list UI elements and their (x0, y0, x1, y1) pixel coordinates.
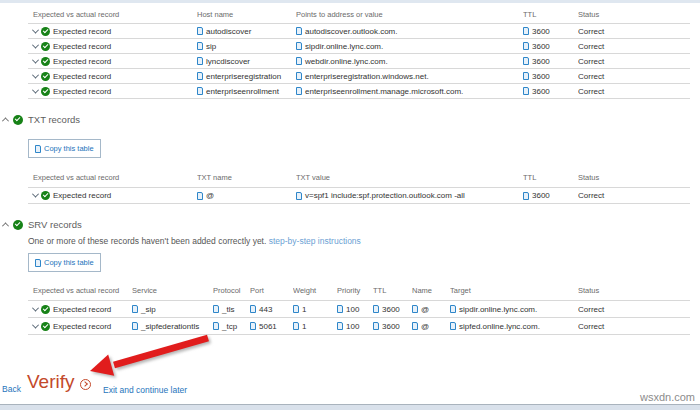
copy-icon[interactable] (197, 72, 203, 80)
txt-name-value: @ (206, 191, 214, 200)
points-to-value: sipdir.online.lync.com. (305, 42, 383, 51)
copy-icon[interactable] (412, 305, 418, 313)
points-to-value: enterpriseregistration.windows.net. (305, 72, 429, 81)
name-value: @ (421, 305, 429, 314)
ttl-value: 3600 (532, 42, 550, 51)
copy-table-button[interactable]: Copy this table (28, 139, 101, 158)
chevron-up-icon[interactable] (2, 117, 9, 124)
copy-table-button[interactable]: Copy this table (28, 253, 101, 272)
chevron-down-icon[interactable] (32, 191, 39, 198)
col-header: TTL (373, 286, 412, 295)
copy-icon[interactable] (450, 305, 456, 313)
watermark: wsxdn.com (640, 391, 695, 403)
copy-icon[interactable] (250, 305, 256, 313)
copy-icon[interactable] (523, 27, 529, 35)
step-by-step-instructions-link[interactable]: step-by-step instructions (269, 236, 361, 246)
copy-icon (35, 259, 41, 267)
expected-record-label: Expected record (53, 57, 111, 66)
target-value: sipdir.online.lync.com. (459, 305, 537, 314)
copy-table-label: Copy this table (44, 258, 94, 267)
chevron-down-icon[interactable] (32, 57, 39, 64)
copy-icon[interactable] (293, 305, 299, 313)
chevron-down-icon[interactable] (32, 305, 39, 312)
chevron-down-icon[interactable] (32, 322, 39, 329)
status-value: Correct (578, 57, 604, 66)
copy-icon[interactable] (197, 42, 203, 50)
txt-records-section-header[interactable]: TXT records (3, 114, 80, 125)
copy-icon[interactable] (523, 87, 529, 95)
copy-icon[interactable] (450, 322, 456, 330)
col-header: Priority (337, 286, 373, 295)
col-header: Status (578, 286, 690, 295)
ttl-value: 3600 (532, 72, 550, 81)
srv-records-section-header[interactable]: SRV records (3, 219, 82, 230)
table-header-row: Expected vs actual record TXT name TXT v… (28, 168, 690, 187)
success-check-icon (41, 27, 50, 36)
table-row: Expected record lyncdiscover webdir.onli… (28, 53, 690, 68)
txt-records-table: Expected vs actual record TXT name TXT v… (28, 168, 690, 204)
copy-icon[interactable] (296, 192, 302, 200)
col-header: TXT name (197, 173, 296, 182)
copy-icon[interactable] (213, 305, 219, 313)
back-button[interactable]: Back (2, 384, 21, 394)
copy-icon[interactable] (197, 57, 203, 65)
copy-icon[interactable] (296, 87, 302, 95)
copy-icon[interactable] (412, 322, 418, 330)
copy-icon[interactable] (337, 322, 343, 330)
srv-warning-text: One or more of these records haven't bee… (28, 236, 361, 246)
expected-record-label: Expected record (53, 27, 111, 36)
copy-icon[interactable] (373, 305, 379, 313)
copy-icon[interactable] (250, 322, 256, 330)
status-value: Correct (578, 42, 604, 51)
exit-and-continue-later-link[interactable]: Exit and continue later (103, 385, 187, 395)
copy-table-label: Copy this table (44, 144, 94, 153)
copy-icon[interactable] (296, 27, 302, 35)
table-row: Expected record @ v=spf1 include:spf.pro… (28, 187, 690, 203)
ttl-value: 3600 (532, 191, 550, 200)
table-header-row: Expected vs actual record Host name Poin… (28, 5, 690, 23)
chevron-up-icon[interactable] (2, 222, 9, 229)
col-header: Name (412, 286, 450, 295)
points-to-value: webdir.online.lync.com. (305, 57, 388, 66)
chevron-down-icon[interactable] (32, 72, 39, 79)
srv-records-table: Expected vs actual record Service Protoc… (28, 281, 690, 335)
status-value: Correct (578, 322, 604, 331)
copy-icon[interactable] (296, 72, 302, 80)
copy-icon[interactable] (293, 322, 299, 330)
success-check-icon (41, 322, 50, 331)
port-value: 443 (259, 305, 272, 314)
col-header: Host name (197, 10, 296, 19)
copy-icon[interactable] (197, 27, 203, 35)
copy-icon (35, 145, 41, 153)
chevron-down-icon[interactable] (32, 27, 39, 34)
cname-records-table: Expected vs actual record Host name Poin… (28, 5, 690, 99)
col-header: Weight (293, 286, 337, 295)
copy-icon[interactable] (132, 305, 138, 313)
copy-icon[interactable] (132, 322, 138, 330)
copy-icon[interactable] (213, 322, 219, 330)
copy-icon[interactable] (523, 57, 529, 65)
copy-icon[interactable] (296, 57, 302, 65)
copy-icon[interactable] (197, 192, 203, 200)
port-value: 5061 (259, 322, 277, 331)
col-header: Target (450, 286, 578, 295)
col-header: Service (132, 286, 213, 295)
copy-icon[interactable] (523, 192, 529, 200)
success-check-icon (41, 42, 50, 51)
copy-icon[interactable] (373, 322, 379, 330)
col-header: Expected vs actual record (28, 173, 197, 182)
copy-icon[interactable] (337, 305, 343, 313)
chevron-down-icon[interactable] (32, 87, 39, 94)
window-top-edge (0, 0, 700, 3)
copy-icon[interactable] (523, 72, 529, 80)
copy-icon[interactable] (296, 42, 302, 50)
target-value: sipfed.online.lync.com. (459, 322, 540, 331)
ttl-value: 3600 (532, 27, 550, 36)
chevron-down-icon[interactable] (32, 42, 39, 49)
col-header: Port (250, 286, 293, 295)
priority-value: 100 (346, 305, 359, 314)
status-value: Correct (578, 72, 604, 81)
copy-icon[interactable] (197, 87, 203, 95)
copy-icon[interactable] (523, 42, 529, 50)
host-name-value: enterpriseregistration (206, 72, 281, 81)
